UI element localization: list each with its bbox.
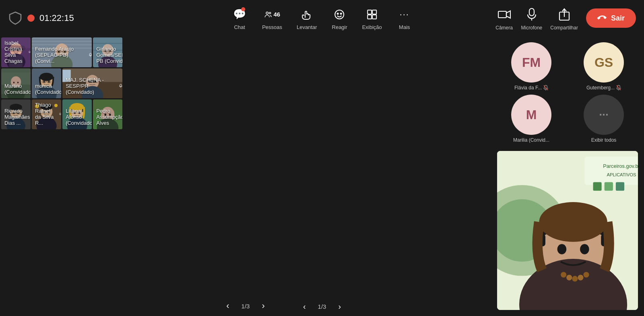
prev-page-btn[interactable]: ‹ [222,299,233,313]
svg-point-2 [335,10,344,19]
display-label: Exibição [362,24,382,30]
avatar-circle-gs: GS [584,42,624,83]
svg-point-4 [341,13,342,14]
next-page-btn[interactable]: › [258,299,268,313]
video-label-isabel: Isabel Cristina Silva Chagas [4,40,31,64]
self-video-preview: Parceiros.gov.br APLICATIVOS [497,151,638,310]
svg-point-70 [43,81,45,83]
react-button[interactable]: Reagir [332,6,348,30]
chat-notification-dot [241,7,245,11]
pagination-label: 1/3 [318,303,326,310]
mic-label: Microfone [521,25,543,31]
call-timer: 01:22:15 [39,13,74,23]
isabel-name: Isabel Cristina Silva Chagas [4,40,26,64]
camera-icon [495,6,513,23]
share-label: Compartilhar [550,25,578,31]
avatar-label-fm: Flávia da F... [514,85,542,91]
video-cell-liliana: Liliana Afonso (Convidado) [62,99,92,129]
mic-muted-icon-fm [543,85,548,91]
svg-point-0 [266,12,268,14]
avatar-initials-marilia: M [526,107,537,122]
raise-hand-button[interactable]: Levantar [297,6,317,30]
mic-icon [523,6,541,23]
svg-rect-7 [367,15,372,19]
avatar-circle-more: ··· [584,95,624,135]
topbar-left: 01:22:15 [8,11,74,25]
svg-point-157 [566,275,572,281]
avatar-name-more: Exibir todos [591,137,617,143]
svg-point-158 [572,276,578,281]
svg-rect-146 [616,182,624,191]
video-label-pedro: Pedro Assumpção Alves [96,108,122,126]
chat-label: Chat [234,24,245,30]
fernando-name: Fernando Araujo (SEPLAG-PB) (Convi... [35,46,87,64]
svg-rect-134 [545,85,547,89]
avatar-name-fm: Flávia da F... [514,85,548,91]
video-label-maj-schena: MAJ. SCHENA - SESP/PR (Convidado) [66,77,122,95]
avatar-card-show-all[interactable]: ··· Exibir todos [570,95,638,143]
svg-rect-30 [32,37,92,39]
svg-point-160 [584,272,589,277]
avatar-initials-fm: FM [522,55,541,70]
end-call-label: Sair [611,14,625,23]
mic-icon-isabel [29,49,31,55]
martino-name: Martino (Convidado) [4,83,31,95]
chat-icon: 💬 [231,6,248,23]
mic-icon-fernando [89,52,92,58]
svg-rect-31 [32,41,92,42]
people-label: Pessoas [262,24,282,30]
video-label-fernando: Fernando Araujo (SEPLAG-PB) (Convi... [35,46,92,64]
svg-rect-141 [584,157,638,185]
svg-point-71 [48,81,50,83]
display-icon [364,6,380,23]
more-button[interactable]: ··· Mais [396,6,413,30]
svg-text:Parceiros.gov.br: Parceiros.gov.br [603,163,638,169]
next-page-button[interactable]: › [334,300,345,313]
avatar-initials-gs: GS [594,55,613,70]
prev-page-button[interactable]: ‹ [299,300,310,313]
video-cell-girlando: Girlando Gomes/SEPLAG PB (Convida... [93,37,122,67]
svg-point-1 [269,12,271,14]
end-call-icon [597,13,607,23]
avatar-circle-fm: FM [511,42,551,83]
chat-button[interactable]: 💬 Chat [231,6,248,30]
svg-rect-41 [89,54,91,56]
video-cell-pedro: Pedro Assumpção Alves [93,99,122,129]
svg-point-75 [40,73,54,81]
mic-button[interactable]: Microfone [521,6,543,31]
share-icon [555,6,573,23]
display-button[interactable]: Exibição [362,6,382,30]
people-icon: 46 [264,6,280,23]
video-cell-monica: monica (Convidado) [32,68,61,98]
svg-rect-25 [29,51,30,52]
video-cell-maj-schena: MAJ. SCHENA - SESP/PR (Convidado) [62,68,122,98]
monica-name: monica (Convidado) [35,83,61,95]
end-call-button[interactable]: Sair [586,8,636,28]
video-cell-ricardo: Ricardo Magalhães Dias ... [1,99,31,129]
share-button[interactable]: Compartilhar [550,6,578,31]
svg-rect-88 [120,84,122,87]
svg-text:APLICATIVOS: APLICATIVOS [607,172,636,177]
video-label-girlando: Girlando Gomes/SEPLAG PB (Convida... [96,46,122,64]
liliana-name: Liliana Afonso (Convidado) [66,108,92,126]
main-area: Isabel Cristina Silva Chagas [0,36,644,316]
video-label-martino: Martino (Convidado) [4,83,31,95]
mic-icon-maj-schena [119,83,122,89]
pagination-info: 1/3 [242,303,250,310]
girlando-name: Girlando Gomes/SEPLAG PB (Convida... [96,46,122,64]
camera-label: Câmera [495,25,513,31]
people-button[interactable]: 46 Pessoas [262,6,282,30]
svg-point-151 [557,244,567,254]
camera-button[interactable]: Câmera [495,6,513,31]
more-icon: ··· [396,6,413,23]
svg-rect-8 [372,15,376,19]
mic-muted-icon-gs [616,85,621,91]
maj-schena-name: MAJ. SCHENA - SESP/PR (Convidado) [66,77,117,95]
svg-point-159 [578,275,583,281]
video-cell-fernando: Fernando Araujo (SEPLAG-PB) (Convi... [32,37,92,67]
raise-hand-icon [299,6,315,23]
video-cell-martino: Martino (Convidado) [1,68,31,98]
svg-point-152 [580,244,589,254]
svg-point-3 [337,13,339,14]
pagination-bar: ‹ 1/3 › [0,296,491,316]
